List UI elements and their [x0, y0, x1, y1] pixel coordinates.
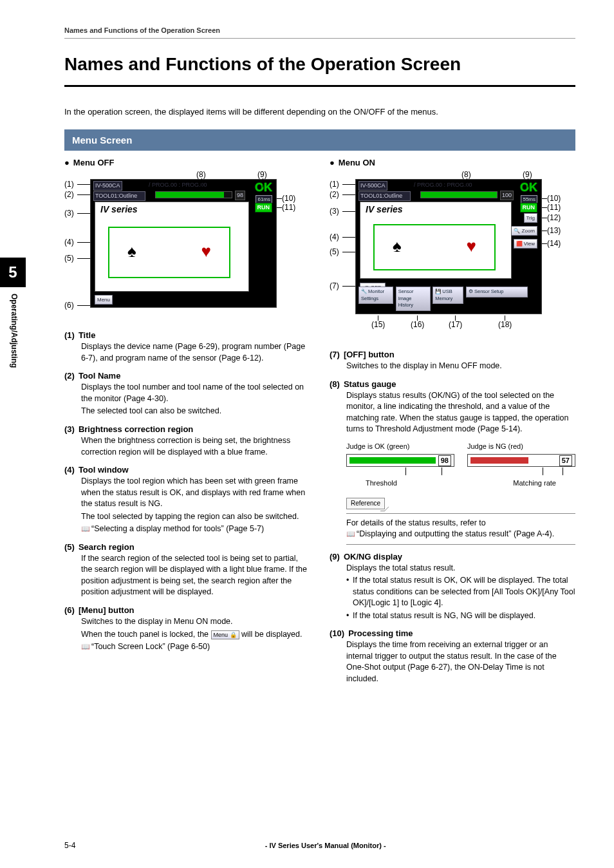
def-item: (6)[Menu] buttonSwitches to the display …: [64, 605, 310, 653]
menu-lock-icon: Menu 🔒: [211, 630, 239, 640]
fig-gauge-val: 98: [235, 191, 245, 200]
menu-off-heading: Menu OFF: [64, 157, 310, 169]
fig-ok: OK: [255, 180, 272, 196]
fig-prog: / PROG.00 : PROG.00: [149, 181, 207, 189]
callout-6: (6): [64, 300, 74, 311]
callout2-17: (17): [449, 319, 462, 330]
callout2-18: (18): [498, 319, 512, 330]
def-item: (1)TitleDisplays the device name (Page 6…: [64, 330, 310, 364]
status-ref-text: For details of the status results, refer…: [346, 518, 575, 529]
title-rule: [64, 85, 575, 87]
fig-tool-line: TOOL01:Outline: [93, 191, 145, 201]
definitions-right-1: (7)[OFF] buttonSwitches to the display i…: [330, 349, 575, 435]
def-item: (3)Brightness correction regionWhen the …: [64, 424, 310, 458]
book-icon: [81, 642, 91, 651]
book-icon: [346, 529, 357, 538]
def-item: (5)Search regionIf the search region of …: [64, 542, 310, 598]
fig2-zoom: 🔍 Zoom: [511, 226, 537, 236]
status-ref-link: “Displaying and outputting the status re…: [346, 529, 575, 540]
callout-11: (11): [282, 202, 295, 213]
fig-gauge: [155, 191, 232, 198]
spade-icon: ♠: [393, 234, 402, 258]
reference-box: Reference: [346, 498, 385, 509]
footer-center: - IV Series User's Manual (Monitor) -: [75, 841, 575, 851]
fig2-trig: Trig: [524, 213, 537, 223]
figure-menu-off: IV-500CA / PROG.00 : PROG.00 TOOL01:Outl…: [64, 173, 310, 321]
fig-menu-btn: Menu: [95, 295, 113, 305]
chapter-label: Operating/Adjusting: [0, 287, 19, 368]
definitions-right-2: (9)OK/NG displayDisplays the total statu…: [330, 551, 575, 685]
book-icon: [81, 524, 91, 533]
def-item: (4)Tool windowDisplays the tool region w…: [64, 464, 310, 535]
callout-5: (5): [64, 253, 74, 264]
fig2-tool-line: TOOL01:Outline: [358, 191, 411, 201]
gauge-ng-val: 57: [559, 455, 572, 466]
gauge-ok-label: Judge is OK (green): [346, 442, 454, 451]
intro-text: In the operation screen, the displayed i…: [64, 106, 575, 118]
fig2-view: 🟥 View: [514, 239, 537, 249]
callout2-11: (11): [547, 202, 561, 213]
callout2-1: (1): [330, 179, 339, 190]
gauge-bottom-labels: Threshold Matching rate: [330, 478, 575, 488]
def-item: (2)Tool NameDisplays the tool number and…: [64, 370, 310, 417]
callout-3: (3): [64, 208, 74, 219]
fig2-gauge: [420, 191, 498, 198]
menu-on-heading: Menu ON: [330, 157, 575, 169]
right-column: Menu ON IV-500CA / PROG.00 : PROG.00 TOO…: [330, 157, 575, 692]
callout2-16: (16): [411, 319, 424, 330]
section-heading: Menu Screen: [64, 129, 575, 151]
fig-series: IV series: [100, 203, 138, 216]
fig2-prog: / PROG.00 : PROG.00: [414, 181, 472, 189]
chapter-number: 5: [0, 258, 26, 287]
heart-icon: ♥: [467, 234, 476, 258]
fig2-monitor-settings: 🔧 Monitor Settings: [358, 287, 393, 304]
callout2-3: (3): [330, 206, 339, 217]
callout2-13: (13): [547, 225, 561, 236]
callout2-9: (9): [523, 169, 532, 180]
gauge-ok-val: 98: [438, 455, 451, 466]
gauge-demo: Judge is OK (green) 98 Judge is NG (red)…: [330, 442, 575, 467]
running-head: Names and Functions of the Operation Scr…: [64, 26, 575, 39]
callout-4: (4): [64, 237, 74, 248]
callout2-8: (8): [461, 169, 471, 180]
page-footer: 5-4 - IV Series User's Manual (Monitor) …: [64, 840, 575, 851]
fig2-sensor-setup: ⚙ Sensor Setup: [466, 287, 528, 297]
left-column: Menu OFF IV-500CA / PROG.00 : PROG.00 TO…: [64, 157, 310, 692]
page-title: Names and Functions of the Operation Scr…: [64, 52, 575, 77]
spade-icon: ♠: [127, 240, 136, 263]
definitions-left: (1)TitleDisplays the device name (Page 6…: [64, 330, 310, 653]
callout2-12: (12): [547, 212, 561, 223]
chapter-tab: 5 Operating/Adjusting: [0, 258, 26, 368]
fig2-series: IV series: [366, 203, 403, 216]
footer-page-num: 5-4: [64, 840, 75, 851]
fig2-menubar: 🔧 Monitor Settings Sensor Image History …: [358, 287, 539, 311]
fig2-sensor-history: Sensor Image History: [396, 287, 431, 311]
fig2-tool-window: ♠ ♥: [373, 224, 496, 270]
callout-1: (1): [64, 179, 74, 190]
callout2-4: (4): [330, 232, 339, 243]
callout2-5: (5): [330, 247, 339, 258]
fig2-run: RUN: [520, 203, 538, 212]
fig-run: RUN: [255, 203, 273, 212]
callout-2: (2): [64, 189, 74, 200]
fig2-gauge-val: 100: [500, 191, 514, 200]
callout-9: (9): [257, 169, 267, 180]
fig-device: IV-500CA: [93, 181, 122, 191]
callout2-7: (7): [330, 281, 339, 292]
callout2-14: (14): [547, 238, 561, 249]
callout-8: (8): [196, 169, 206, 180]
fig2-usb: 💾 USB Memory: [433, 287, 463, 304]
callout2-2: (2): [330, 189, 339, 200]
figure-menu-on: IV-500CA / PROG.00 : PROG.00 TOOL01:Outl…: [330, 173, 575, 340]
fig-tool-window: ♠ ♥: [108, 227, 230, 278]
callout2-15: (15): [371, 319, 385, 330]
fig2-device: IV-500CA: [358, 181, 387, 191]
gauge-ng-label: Judge is NG (red): [467, 442, 575, 451]
heart-icon: ♥: [201, 240, 211, 263]
fig2-ok: OK: [520, 180, 537, 196]
